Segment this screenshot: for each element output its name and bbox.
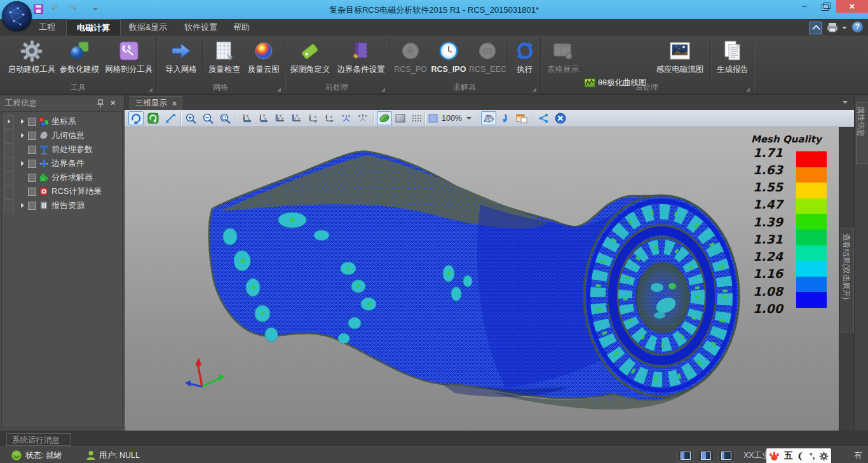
group-expand-icon[interactable] bbox=[149, 88, 153, 92]
arrow-right-icon bbox=[170, 41, 192, 60]
group-expand-icon[interactable] bbox=[746, 88, 750, 92]
expand-icon[interactable] bbox=[21, 203, 24, 208]
tree-item-boundary-conditions[interactable]: 边界条件 bbox=[2, 156, 122, 170]
device-dropdown-icon[interactable] bbox=[842, 27, 847, 29]
boundary-settings-button[interactable]: 边界条件设置 bbox=[334, 38, 388, 74]
window-layers-button[interactable] bbox=[514, 111, 529, 125]
layout-right-button[interactable] bbox=[718, 450, 735, 462]
view-iso1-button[interactable]: zx bbox=[338, 111, 354, 125]
view-front-button[interactable]: xzy bbox=[239, 111, 255, 125]
3d-viewport[interactable] bbox=[125, 127, 839, 431]
expand-icon[interactable] bbox=[21, 133, 24, 138]
solver-rcs-ipo-button[interactable]: RCS_IPO bbox=[430, 38, 468, 74]
close-tab-icon[interactable]: × bbox=[172, 99, 177, 108]
view-left-button[interactable]: xzy bbox=[272, 111, 288, 125]
view-xz2-icon: xzy bbox=[275, 113, 286, 124]
view-bottom-button[interactable]: zyx bbox=[322, 111, 337, 125]
spin-view-button[interactable] bbox=[146, 111, 161, 125]
close-panel-icon[interactable]: × bbox=[111, 95, 115, 111]
device-button[interactable] bbox=[826, 22, 840, 36]
zoom-in-button[interactable] bbox=[183, 111, 198, 125]
tree-item-preprocess-params[interactable]: 前处理参数 bbox=[2, 142, 122, 156]
collapse-ribbon-button[interactable] bbox=[810, 22, 822, 34]
svg-text:z: z bbox=[358, 114, 360, 118]
view-results-tab[interactable]: 查看结果(双击展开) bbox=[841, 228, 854, 333]
tab-settings[interactable]: 软件设置 bbox=[177, 19, 225, 35]
svg-text:x: x bbox=[298, 116, 300, 120]
moon-icon[interactable] bbox=[797, 452, 805, 461]
group-expand-icon[interactable] bbox=[381, 88, 385, 92]
rainbow-sphere-icon bbox=[254, 41, 274, 61]
generate-report-button[interactable]: 生成报告 bbox=[714, 38, 751, 74]
shaded-mode-button[interactable] bbox=[377, 111, 392, 125]
tree-item-analysis-solver[interactable]: 分析求解器 bbox=[2, 170, 122, 184]
restore-button[interactable] bbox=[816, 0, 834, 13]
tree-item-geometry-info[interactable]: 几何信息 bbox=[2, 128, 122, 142]
checkbox[interactable] bbox=[28, 160, 36, 168]
expand-icon[interactable] bbox=[8, 120, 11, 123]
wireframe-mode-button[interactable] bbox=[409, 111, 424, 125]
group-expand-icon[interactable] bbox=[277, 88, 281, 92]
tab-3d-display[interactable]: 三维显示 × bbox=[130, 96, 182, 110]
legend-band bbox=[796, 214, 827, 230]
launch-modeling-tool-button[interactable]: 启动建模工具 bbox=[5, 38, 58, 74]
tree-item-report-resources[interactable]: 报告资源 bbox=[2, 198, 122, 212]
probe-angle-button[interactable]: 探测角定义 bbox=[286, 38, 334, 74]
tab-em-compute[interactable]: 电磁计算 bbox=[66, 19, 121, 36]
legend-value: 1.16 bbox=[750, 266, 783, 280]
tree-item-coordinate-system[interactable]: 坐标系 bbox=[2, 114, 122, 128]
svg-text:y: y bbox=[263, 113, 265, 117]
induced-current-map-button[interactable]: 感应电磁流图 bbox=[652, 38, 708, 74]
flat-mode-button[interactable] bbox=[393, 111, 408, 125]
parametric-modeling-button[interactable]: 参数化建模 bbox=[56, 38, 103, 74]
checkbox[interactable] bbox=[28, 118, 36, 126]
group-expand-icon[interactable] bbox=[532, 88, 536, 92]
quality-check-button[interactable]: 质量检查 bbox=[205, 38, 244, 74]
svg-text:y: y bbox=[330, 114, 332, 118]
fit-view-button[interactable] bbox=[163, 111, 178, 125]
tree-item-rcs-results[interactable]: RCS计算结果 bbox=[2, 184, 122, 198]
import-mesh-button[interactable]: 导入网格 bbox=[161, 38, 201, 74]
checkbox[interactable] bbox=[28, 174, 36, 182]
window-title: 复杂目标RCS电磁分析软件2015 R1 - RCS_2015031801* bbox=[0, 4, 868, 16]
checkbox[interactable] bbox=[28, 202, 36, 210]
view-back-button[interactable]: zxy bbox=[255, 111, 271, 125]
view-iso2-button[interactable]: zyx bbox=[355, 111, 370, 125]
mesh-partition-tool-button[interactable]: 网格剖分工具 bbox=[103, 38, 155, 74]
close-button[interactable]: × bbox=[836, 0, 868, 13]
layout-left-button[interactable] bbox=[677, 450, 694, 462]
import-view-button[interactable] bbox=[498, 111, 513, 125]
system-message-tab[interactable]: 系统运行消息 bbox=[6, 433, 71, 446]
legend-band bbox=[796, 151, 827, 167]
tab-data-display[interactable]: 数据&显示 bbox=[119, 19, 177, 35]
zoom-extents-button[interactable] bbox=[217, 111, 233, 125]
tab-help[interactable]: 帮助 bbox=[225, 19, 258, 35]
help-button[interactable]: ? bbox=[852, 22, 863, 32]
expand-icon[interactable] bbox=[21, 161, 24, 166]
zoom-level-select[interactable]: 100% bbox=[428, 111, 471, 125]
expand-icon[interactable] bbox=[21, 119, 24, 124]
layout-split-button[interactable] bbox=[698, 450, 714, 462]
view-right-button[interactable]: zxy bbox=[288, 111, 304, 125]
view-top-button[interactable]: zxy bbox=[305, 111, 321, 125]
ime-mode-label[interactable]: 五 bbox=[784, 450, 793, 462]
zoom-out-button[interactable] bbox=[200, 111, 215, 125]
checkbox[interactable] bbox=[28, 188, 36, 196]
pin-icon[interactable] bbox=[97, 99, 104, 107]
checkbox[interactable] bbox=[28, 132, 36, 140]
bottom-strip: 系统运行消息 bbox=[0, 431, 868, 446]
properties-tab[interactable]: 属性信息 bbox=[856, 102, 868, 164]
share-link-button[interactable] bbox=[536, 111, 551, 125]
minimize-button[interactable]: – bbox=[796, 0, 813, 13]
checkbox[interactable] bbox=[28, 146, 36, 154]
ime-punct-label[interactable]: °, bbox=[810, 452, 815, 460]
ime-gear-icon[interactable] bbox=[819, 452, 829, 461]
execute-button[interactable]: 执行 bbox=[511, 38, 539, 74]
quality-cloud-button[interactable]: 质量云图 bbox=[244, 38, 283, 74]
tabstrip-overflow-icon[interactable] bbox=[843, 101, 848, 104]
tab-project[interactable]: 工程 bbox=[28, 19, 66, 35]
delete-view-button[interactable] bbox=[553, 111, 568, 125]
ime-toolbar[interactable]: 五 °, bbox=[766, 448, 831, 463]
mesh-display-button[interactable] bbox=[481, 111, 496, 125]
rotate-view-button[interactable] bbox=[128, 111, 144, 125]
